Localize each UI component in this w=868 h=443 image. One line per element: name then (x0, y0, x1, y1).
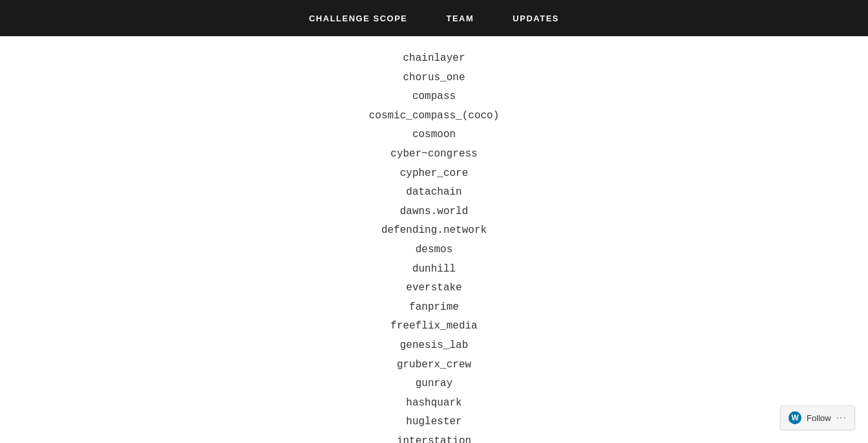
scope-list-item: cosmoon (412, 125, 456, 145)
scope-list-item: dunhill (412, 260, 456, 279)
scope-list-item: everstake (406, 279, 461, 298)
scope-list-item: cosmic_compass_(coco) (369, 107, 500, 126)
follow-widget[interactable]: W Follow ··· (780, 405, 855, 430)
scope-list-item: dawns.world (400, 202, 469, 222)
scope-list-item: chainlayer (403, 49, 465, 69)
main-content: chainlayerchorus_onecompasscosmic_compas… (0, 36, 868, 443)
scope-list-item: fanprime (409, 298, 459, 318)
scope-list-item: defending.network (381, 221, 487, 241)
follow-label: Follow (807, 413, 831, 423)
wordpress-icon: W (789, 411, 801, 424)
nav-item-challenge-scope[interactable]: CHALLENGE SCOPE (309, 14, 408, 23)
scope-list-item: chorus_one (403, 69, 465, 88)
more-options-dots[interactable]: ··· (836, 412, 847, 424)
scope-list-item: freeflix_media (390, 317, 477, 336)
scope-list-item: desmos (416, 241, 453, 260)
scope-list-item: compass (412, 87, 456, 107)
scope-list-item: cyber~congress (390, 145, 477, 164)
nav-item-team[interactable]: TEAM (447, 14, 474, 23)
nav-item-updates[interactable]: UPDATES (513, 14, 559, 23)
scope-list: chainlayerchorus_onecompasscosmic_compas… (0, 49, 868, 443)
navigation-bar: CHALLENGE SCOPETEAMUPDATES (0, 0, 868, 36)
scope-list-item: genesis_lab (400, 336, 469, 356)
scope-list-item: hashquark (406, 394, 461, 413)
scope-list-item: interstation (397, 432, 471, 443)
scope-list-item: gunray (416, 374, 453, 394)
scope-list-item: gruberx_crew (397, 356, 471, 375)
scope-list-item: huglester (406, 413, 461, 432)
scope-list-item: cypher_core (400, 164, 469, 184)
scope-list-item: datachain (406, 183, 461, 202)
